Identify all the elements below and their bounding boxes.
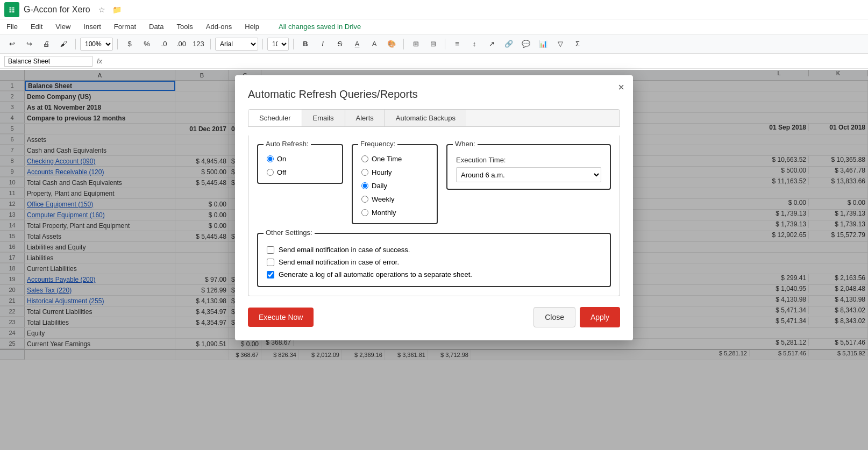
zoom-select[interactable]: 100% bbox=[80, 38, 113, 51]
function-button[interactable]: Σ bbox=[570, 37, 585, 51]
freq-monthly-option[interactable]: Monthly bbox=[361, 209, 428, 217]
modal-footer: Execute Now Close Apply bbox=[248, 307, 620, 327]
valign-button[interactable]: ↕ bbox=[467, 37, 482, 51]
auto-refresh-options: On Off bbox=[267, 152, 333, 176]
fill-color-button[interactable]: 🎨 bbox=[384, 37, 399, 51]
filter-button[interactable]: ▽ bbox=[553, 37, 568, 51]
paint-format-button[interactable]: 🖌 bbox=[56, 37, 71, 51]
decimal-inc-button[interactable]: .00 bbox=[174, 37, 189, 51]
svg-rect-3 bbox=[10, 9, 12, 10]
checkbox-log-label: Generate a log of all automatic operatio… bbox=[279, 270, 472, 278]
auto-refresh-label: Auto Refresh: bbox=[264, 140, 311, 148]
text-rotate-button[interactable]: ↗ bbox=[484, 37, 499, 51]
redo-button[interactable]: ↪ bbox=[22, 37, 37, 51]
freq-daily-option[interactable]: Daily bbox=[361, 182, 428, 190]
top-bar: G-Accon for Xero ☆ 📁 bbox=[0, 0, 868, 19]
menu-insert[interactable]: Insert bbox=[81, 22, 103, 32]
freq-daily-label: Daily bbox=[372, 182, 387, 190]
strikethrough-button[interactable]: S bbox=[332, 37, 347, 51]
align-button[interactable]: ≡ bbox=[450, 37, 465, 51]
menu-data[interactable]: Data bbox=[147, 22, 166, 32]
execute-now-button[interactable]: Execute Now bbox=[248, 308, 314, 327]
toolbar: ↩ ↪ 🖨 🖌 100% $ % .0 .00 123 Arial 10 B I… bbox=[0, 34, 868, 54]
tab-scheduler[interactable]: Scheduler bbox=[248, 110, 302, 127]
top-icons: ☆ 📁 bbox=[96, 3, 124, 16]
execution-time-select[interactable]: Around 12 a.m. Around 1 a.m. Around 2 a.… bbox=[456, 167, 601, 182]
italic-button[interactable]: I bbox=[315, 37, 330, 51]
freq-weekly-radio[interactable] bbox=[361, 196, 368, 203]
toolbar-separator-5 bbox=[293, 39, 294, 49]
star-icon[interactable]: ☆ bbox=[96, 3, 109, 16]
freq-weekly-option[interactable]: Weekly bbox=[361, 195, 428, 203]
toolbar-separator-7 bbox=[445, 39, 445, 49]
when-label: When: bbox=[453, 140, 478, 148]
freq-monthly-label: Monthly bbox=[372, 209, 396, 217]
text-color-button[interactable]: A bbox=[367, 37, 382, 51]
save-status: All changes saved in Drive bbox=[279, 23, 361, 31]
auto-refresh-on-radio[interactable] bbox=[267, 155, 274, 162]
menu-addons[interactable]: Add-ons bbox=[204, 22, 234, 32]
checkbox-success[interactable] bbox=[267, 246, 274, 254]
checkbox-error-option[interactable]: Send email notification in case of error… bbox=[267, 258, 601, 266]
other-settings-label: Other Settings: bbox=[264, 228, 315, 237]
tab-alerts[interactable]: Alerts bbox=[345, 110, 385, 126]
auto-refresh-section: Auto Refresh: On Off bbox=[257, 144, 343, 184]
decimal-dec-button[interactable]: .0 bbox=[156, 37, 172, 51]
freq-hourly-radio[interactable] bbox=[361, 169, 368, 176]
percent-button[interactable]: % bbox=[139, 37, 154, 51]
toolbar-separator-3 bbox=[210, 39, 211, 49]
other-settings-section: Other Settings: Send email notification … bbox=[257, 233, 611, 287]
bold-button[interactable]: B bbox=[298, 37, 313, 51]
link-button[interactable]: 🔗 bbox=[501, 37, 516, 51]
currency-button[interactable]: $ bbox=[122, 37, 137, 51]
modal-close-button[interactable]: × bbox=[618, 82, 624, 92]
borders-button[interactable]: ⊞ bbox=[408, 37, 423, 51]
merge-button[interactable]: ⊟ bbox=[425, 37, 440, 51]
freq-one-time-option[interactable]: One Time bbox=[361, 155, 428, 163]
checkbox-log[interactable] bbox=[267, 271, 274, 278]
modal-title: Automatic Refresh Queries/Reports bbox=[248, 88, 620, 101]
when-section: When: Execution Time: Around 12 a.m. Aro… bbox=[446, 144, 611, 190]
format-button[interactable]: 123 bbox=[191, 37, 206, 51]
svg-rect-4 bbox=[12, 9, 15, 10]
svg-rect-6 bbox=[12, 11, 15, 12]
auto-refresh-on-option[interactable]: On bbox=[267, 155, 333, 163]
font-select[interactable]: Arial bbox=[215, 38, 258, 51]
freq-monthly-radio[interactable] bbox=[361, 209, 368, 216]
close-button[interactable]: Close bbox=[533, 307, 575, 327]
underline-button[interactable]: A bbox=[350, 37, 365, 51]
toolbar-separator-2 bbox=[117, 39, 118, 49]
fx-label: fx bbox=[97, 57, 102, 65]
menu-tools[interactable]: Tools bbox=[174, 22, 195, 32]
font-size-select[interactable]: 10 bbox=[267, 38, 289, 51]
freq-hourly-option[interactable]: Hourly bbox=[361, 168, 428, 176]
checkbox-success-option[interactable]: Send email notification in case of succe… bbox=[267, 246, 601, 254]
frequency-options: One Time Hourly Daily bbox=[361, 152, 428, 217]
menu-file[interactable]: File bbox=[4, 22, 20, 32]
chart-button[interactable]: 📊 bbox=[536, 37, 551, 51]
undo-button[interactable]: ↩ bbox=[4, 37, 19, 51]
tab-emails[interactable]: Emails bbox=[302, 110, 345, 126]
checkbox-error[interactable] bbox=[267, 259, 274, 266]
menu-view[interactable]: View bbox=[53, 22, 73, 32]
modal-dialog: × Automatic Refresh Queries/Reports Sche… bbox=[235, 75, 633, 340]
freq-one-time-radio[interactable] bbox=[361, 155, 368, 162]
freq-hourly-label: Hourly bbox=[372, 168, 392, 176]
cell-reference[interactable] bbox=[4, 56, 93, 67]
auto-refresh-off-option[interactable]: Off bbox=[267, 168, 333, 176]
menu-edit[interactable]: Edit bbox=[29, 22, 45, 32]
print-button[interactable]: 🖨 bbox=[39, 37, 54, 51]
checkbox-log-option[interactable]: Generate a log of all automatic operatio… bbox=[267, 270, 601, 278]
auto-refresh-off-radio[interactable] bbox=[267, 169, 274, 176]
folder-icon[interactable]: 📁 bbox=[111, 3, 124, 16]
formula-input[interactable] bbox=[106, 56, 864, 66]
menu-help[interactable]: Help bbox=[243, 22, 261, 32]
checkbox-success-label: Send email notification in case of succe… bbox=[279, 246, 410, 254]
toolbar-separator-1 bbox=[75, 39, 76, 49]
menu-format[interactable]: Format bbox=[112, 22, 138, 32]
tab-automatic-backups[interactable]: Automatic Backups bbox=[385, 110, 466, 126]
comment-button[interactable]: 💬 bbox=[518, 37, 533, 51]
freq-one-time-label: One Time bbox=[372, 155, 402, 163]
apply-button[interactable]: Apply bbox=[580, 307, 620, 327]
freq-daily-radio[interactable] bbox=[361, 182, 368, 189]
